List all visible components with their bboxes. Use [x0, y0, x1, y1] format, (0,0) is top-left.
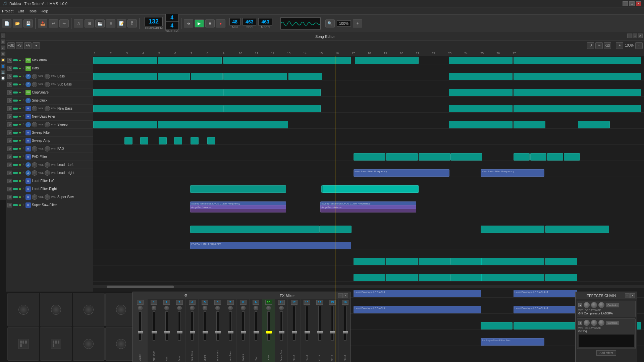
fx-ch-fader-5[interactable] [203, 331, 208, 334]
fx-ch-num-5[interactable]: 5 [202, 300, 208, 305]
segment-newbass-5[interactable] [514, 153, 530, 161]
track-mute-sinepluck[interactable] [13, 100, 18, 102]
fx-ch-fader-2[interactable] [164, 331, 170, 334]
tempo-value[interactable]: 132 [145, 17, 163, 26]
fx-ch-fader-9[interactable] [254, 331, 259, 334]
instruments-icon[interactable]: ♪ [1, 34, 5, 38]
segment-clap-5[interactable] [578, 121, 610, 128]
segment-clap-1[interactable] [93, 121, 157, 128]
segment-newbass-8[interactable] [564, 153, 580, 161]
segment-leadfilterleft-1[interactable]: Lead-Envelope/LFOs-Cut [354, 290, 481, 297]
segment-leadright-6[interactable] [545, 274, 577, 281]
segment-newbass-6[interactable] [530, 153, 546, 161]
track-drag-leadleft[interactable]: ⠿ [22, 163, 24, 166]
track-pan-sweep[interactable] [45, 122, 50, 127]
presets-icon[interactable]: ★ [1, 46, 5, 50]
track-settings-sinepluck[interactable]: ⚙ [7, 98, 12, 103]
segment-kick-1[interactable] [93, 57, 157, 64]
track-settings-sweepamp[interactable]: ⚙ [7, 138, 12, 143]
track-mute-kick[interactable] [13, 59, 18, 61]
segment-clap-4[interactable] [514, 121, 545, 128]
add-auto-button[interactable]: +A [24, 42, 32, 49]
segment-newbass-7[interactable] [547, 153, 563, 161]
track-drag-kick[interactable]: ⠿ [22, 59, 24, 62]
track-drag-supersawfilter[interactable]: ⠿ [22, 203, 24, 206]
segment-supersaw-1[interactable] [481, 322, 513, 329]
track-settings-pad[interactable]: ⚙ [7, 146, 12, 151]
track-mute-bass[interactable] [13, 75, 18, 77]
segment-bass-4[interactable] [514, 89, 641, 96]
track-mute-pad[interactable] [13, 148, 18, 150]
segment-leadleft-4[interactable] [450, 258, 482, 265]
segment-sweepamp-2[interactable]: Amplifier-Volume [320, 205, 416, 213]
fx-ch-num-12[interactable]: 12 [291, 300, 298, 305]
track-pan-leadright[interactable] [45, 170, 50, 176]
segment-hats-7[interactable] [514, 73, 641, 80]
fx-ch-fader-6[interactable] [215, 331, 221, 334]
fx-ch-knob-8[interactable] [241, 306, 246, 310]
zoom-out-button[interactable]: 🔍 [325, 19, 335, 27]
loop-button[interactable]: ↺ [587, 42, 594, 49]
segment-pad-2[interactable] [320, 226, 352, 233]
fx-ch-fader-10[interactable] [266, 331, 272, 334]
project-notes-button[interactable]: 📝 [117, 19, 126, 27]
segment-kick-4[interactable] [355, 57, 419, 64]
segment-sweepamp-1[interactable]: Amplifier-Volume [190, 205, 286, 213]
controller-rack-button[interactable]: 🎛 [127, 19, 137, 27]
segment-padfilter-1[interactable]: PA PAD-Filter Frequency [190, 242, 351, 249]
segment-pad-4[interactable] [545, 226, 609, 233]
fx-ch-knob-7[interactable] [228, 306, 233, 310]
track-vol-newbass[interactable] [32, 106, 37, 111]
track-settings-bass[interactable]: ⚙ [7, 74, 12, 79]
track-mute-leadfilterleft[interactable] [13, 180, 18, 182]
piano-roll-button[interactable]: 🎹 [95, 19, 105, 27]
draw-button[interactable]: ✏ [595, 42, 603, 49]
new-project-button[interactable]: 📄 [2, 19, 11, 27]
segment-sweep-3[interactable] [321, 185, 419, 193]
track-drag-sweepamp[interactable]: ⠿ [22, 139, 24, 142]
segment-subbass-2[interactable] [223, 105, 321, 112]
fx-ch-num-15[interactable]: 15 [329, 300, 336, 305]
fx-mixer-minimize[interactable]: ─ [338, 293, 343, 298]
fx-ch-fader-8[interactable] [241, 331, 246, 334]
save-project-button[interactable]: 💾 [23, 19, 33, 27]
effect-knob-3-eq[interactable] [598, 320, 604, 326]
track-drag-padfilter[interactable]: ⠿ [22, 155, 24, 158]
fx-ch-num-7[interactable]: 7 [227, 300, 234, 305]
effect-controls-btn-compressor[interactable]: Controls [606, 303, 619, 307]
zoom-in-timeline[interactable]: + [616, 42, 623, 49]
user-icon[interactable]: 👤 [1, 64, 5, 68]
fx-ch-num-8[interactable]: 8 [240, 300, 247, 305]
menu-edit[interactable]: Edit [17, 9, 24, 13]
segment-leadleft-5[interactable] [481, 258, 544, 265]
zoom-out-timeline[interactable]: - [635, 42, 643, 49]
horizontal-scrollbar[interactable] [93, 285, 644, 288]
fx-ch-fader-1[interactable] [152, 331, 157, 334]
fx-ch-knob-9[interactable] [254, 306, 258, 310]
segment-subbass-4[interactable] [514, 105, 641, 112]
track-vol-subbass[interactable] [32, 82, 37, 87]
segment-kick-6[interactable] [514, 57, 641, 64]
rewind-button[interactable]: ⏮ [184, 19, 193, 27]
timesig-bottom[interactable]: 4 [165, 22, 179, 30]
fx-ch-knob-2[interactable] [164, 306, 169, 310]
track-mute-padfilter[interactable] [13, 156, 18, 158]
track-mute-hats[interactable] [13, 67, 18, 69]
track-settings-padfilter[interactable]: ⚙ [7, 155, 12, 159]
close-button[interactable]: ✕ [636, 1, 641, 6]
segment-sinepluck-2[interactable] [140, 137, 148, 144]
track-mute-leadright[interactable] [13, 172, 18, 174]
fx-ch-knob-11[interactable] [279, 306, 284, 310]
segment-pad-1[interactable] [190, 226, 320, 233]
track-settings-kick[interactable]: ⚙ [7, 58, 12, 63]
effects-chain-close[interactable]: ✕ [630, 293, 635, 298]
open-project-button[interactable]: 📂 [13, 19, 22, 27]
track-drag-clapsnare[interactable]: ⠿ [22, 91, 24, 94]
track-drag-hats[interactable]: ⠿ [22, 67, 24, 70]
play-button[interactable]: ▶ [195, 19, 204, 27]
record-button[interactable]: ● [216, 19, 225, 27]
fx-ch-fader-14[interactable] [317, 331, 323, 334]
menu-tools[interactable]: Tools [28, 9, 37, 13]
fx-mixer-button[interactable]: ≡ [106, 19, 115, 27]
segment-sinepluck-4[interactable] [174, 137, 182, 144]
